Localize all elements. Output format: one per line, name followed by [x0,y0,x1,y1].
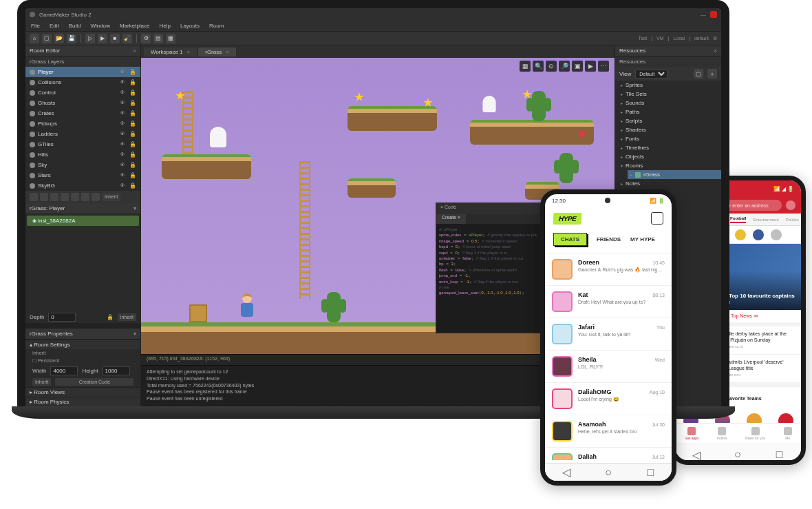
open-icon[interactable]: 📂 [54,34,64,43]
layer-tool-icon[interactable] [50,193,58,201]
recent-icon[interactable]: □ [776,448,784,457]
resource-folder[interactable]: Tile Sets [615,90,721,98]
resource-folder[interactable]: Sounds [615,98,721,107]
settings-icon[interactable]: ⚙ [713,36,717,41]
league-icon[interactable] [753,229,764,240]
nav-follow[interactable]: Follow [717,427,727,440]
resource-folder[interactable]: Shaders [615,125,721,134]
menu-layouts[interactable]: Layouts [180,23,200,29]
chat-item[interactable]: AsamoahJul 30 Hehe, let's get it started… [545,415,672,448]
layer-row[interactable]: GTiles👁🔒 [25,139,140,149]
grid-icon[interactable]: ▦ [520,61,531,72]
layer-tool-icon[interactable] [40,193,48,201]
creation-code-button[interactable]: Creation Code [55,378,133,386]
compose-icon[interactable] [651,212,663,225]
tab-myhype[interactable]: MY HYPE [630,236,655,242]
close-panel-icon[interactable]: × [133,48,136,54]
code-tab-create[interactable]: Create × [436,214,466,224]
menu-edit[interactable]: Edit [50,23,59,29]
stop-icon[interactable]: ■ [110,34,120,43]
build-icon[interactable]: ⚙ [141,34,151,43]
nav-me[interactable]: Me [784,427,792,440]
layer-tool-icon[interactable] [92,193,100,201]
home-icon[interactable]: ⌂ [30,34,39,43]
layer-tool-icon[interactable] [81,193,89,201]
layer-row[interactable]: Ghosts👁🔒 [25,98,140,108]
view-opts-icon[interactable]: ⋯ [598,61,609,72]
inherit-button[interactable]: Inherit [32,378,51,386]
zoom-out-icon[interactable]: 🔎 [559,61,570,72]
back-icon[interactable]: ◁ [562,468,571,477]
menu-room[interactable]: Room [209,23,224,29]
layer-row[interactable]: SkyBG👁🔒 [25,180,140,191]
back-icon[interactable]: ◁ [692,448,701,457]
res-tool-icon[interactable]: ▢ [694,69,703,79]
chat-item[interactable]: DaliahJul 12 Yikes! I can't believe that… [545,448,672,460]
clean-icon[interactable]: 🧹 [122,34,132,43]
instance-panel-header[interactable]: rGrass: Player▾ [25,203,140,214]
menu-build[interactable]: Build [69,23,81,29]
layer-row[interactable]: Control👁🔒 [25,87,140,98]
resource-folder[interactable]: Notes [615,179,721,188]
depth-input[interactable] [48,313,76,322]
instance-item[interactable]: ◈ inst_38A2682A [27,216,139,226]
room-views-row[interactable]: ▸ Room Views [25,387,140,397]
chat-item[interactable]: JafariThu You: Got it, talk to ya l8r! [545,318,672,351]
close-panel-icon[interactable]: × [714,48,717,54]
properties-header[interactable]: rGrass Properties▾ [25,329,140,340]
profile-icon[interactable] [786,200,795,210]
zoom-in-icon[interactable]: 🔍 [533,61,544,72]
width-input[interactable] [50,366,78,375]
minimize-icon[interactable]: — [701,12,706,18]
layer-tool-icon[interactable] [61,193,69,201]
home-icon[interactable]: ○ [603,468,613,477]
new-icon[interactable]: ▢ [42,34,52,43]
save-icon[interactable]: 💾 [67,34,76,43]
menu-help[interactable]: Help [160,23,171,29]
play-icon[interactable]: ▶ [98,34,107,43]
close-icon[interactable] [710,11,717,18]
chat-item[interactable]: DaliahOMGAug 10 Loool I'm crying 😂 [545,383,672,415]
tab-workspace[interactable]: Workspace 1× [144,48,197,56]
debug-icon[interactable]: ▷ [85,34,95,43]
nav-getapps[interactable]: Get apps [685,427,698,440]
home-icon[interactable]: ○ [734,448,742,457]
layer-row[interactable]: Hills👁🔒 [25,149,140,160]
league-icon[interactable] [735,229,746,240]
height-input[interactable] [103,366,130,375]
layer-row[interactable]: Collisions👁🔒 [25,77,140,87]
chat-item[interactable]: Doreen10:45 Gancher & Ruin's gig was 🔥 l… [545,253,672,286]
chat-item[interactable]: Kat08:13 Draft: Hey! What are you up to? [545,286,672,318]
cat-football[interactable]: Football [730,216,746,223]
layer-row[interactable]: Pickups👁🔒 [25,118,140,129]
chat-item[interactable]: SheilaWed LOL, RLY?! [545,351,672,383]
menu-file[interactable]: File [31,23,40,29]
team-badge-icon[interactable] [778,413,793,428]
resource-folder[interactable]: Scripts [615,116,721,125]
persistent-checkbox[interactable]: ☐ Persistent [25,357,140,365]
res-add-icon[interactable]: ＋ [707,69,717,79]
layer-tool-icon[interactable] [30,193,38,201]
layer-row[interactable]: Stars👁🔒 [25,170,140,180]
hype-logo[interactable]: HYPE [553,213,582,225]
play-preview-icon[interactable]: ▶ [585,61,596,72]
cat-entertainment[interactable]: Entertainment [753,218,778,222]
resource-folder[interactable]: Rooms [615,161,721,170]
room-settings-row[interactable]: ▴ Room Settings [25,340,140,349]
resource-folder[interactable]: Paths [615,107,721,116]
tab-chats[interactable]: CHATS [553,233,587,246]
menu-window[interactable]: Window [90,23,109,29]
layer-row[interactable]: Sky👁🔒 [25,160,140,170]
resource-room-item[interactable]: rGrass [628,170,721,179]
inherit-button[interactable]: Inherit [118,313,136,321]
recent-icon[interactable]: □ [645,468,655,477]
resource-folder[interactable]: Fonts [615,134,721,143]
layer-row[interactable]: Player👁🔒 [25,67,140,77]
inherit-sub[interactable]: Inherit [25,349,140,357]
tool-b-icon[interactable]: ▦ [166,34,175,43]
tab-friends[interactable]: FRIENDS [597,236,621,242]
zoom-reset-icon[interactable]: ⊙ [546,61,557,72]
team-badge-icon[interactable] [747,413,762,428]
resource-folder[interactable]: Objects [615,152,721,161]
layer-row[interactable]: Crates👁🔒 [25,108,140,118]
